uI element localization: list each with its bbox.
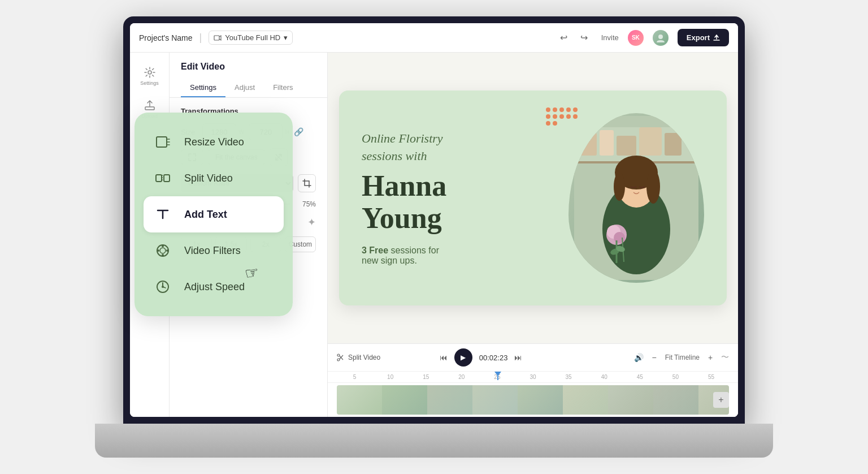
floating-menu: Resize Video Split Video Add Text — [134, 113, 293, 316]
slider-value: 75% — [296, 200, 316, 208]
skip-forward-button[interactable]: ⏭ — [514, 353, 522, 362]
upload-icon — [144, 99, 156, 111]
zoom-out-button[interactable]: − — [648, 351, 661, 364]
track-thumb-6 — [563, 385, 608, 415]
avatar-sk: SK — [628, 30, 644, 46]
svg-rect-0 — [214, 36, 219, 40]
svg-point-34 — [157, 249, 159, 252]
add-clip-button[interactable]: + — [713, 392, 729, 408]
svg-point-16 — [614, 173, 625, 201]
svg-rect-8 — [617, 136, 636, 156]
lock-icon[interactable]: 🔗 — [294, 127, 303, 136]
dot — [559, 114, 564, 119]
menu-label-split: Split Video — [184, 173, 233, 184]
svg-point-25 — [337, 359, 340, 361]
skip-back-button[interactable]: ⏮ — [440, 353, 448, 362]
canvas-viewport: Online Floristrysessions with HannaYoung… — [328, 53, 738, 343]
zoom-in-button[interactable]: + — [704, 351, 717, 364]
filters-icon — [153, 240, 173, 261]
svg-rect-6 — [580, 133, 597, 156]
track-thumb-1 — [337, 385, 382, 415]
track-thumb-8 — [653, 385, 698, 415]
play-button[interactable]: ▶ — [454, 348, 472, 367]
card-title: HannaYoung — [362, 170, 552, 234]
timeline-ruler: 5 10 15 20 25 30 35 40 — [328, 372, 738, 383]
menu-item-split[interactable]: Split Video — [144, 160, 284, 196]
format-chevron: ▾ — [284, 33, 288, 42]
menu-label-resize: Resize Video — [184, 136, 244, 148]
panel-tabs: Settings Adjust Filters — [181, 79, 316, 97]
card-image — [568, 113, 704, 283]
dot — [553, 107, 557, 112]
menu-label-text: Add Text — [184, 209, 227, 221]
settings-icon — [144, 66, 156, 79]
menu-item-resize[interactable]: Resize Video — [144, 124, 284, 160]
dot — [566, 114, 571, 119]
undo-button[interactable]: ↩ — [556, 30, 572, 46]
ruler-mark-25: 25 — [479, 374, 515, 380]
add-text-icon — [155, 206, 171, 222]
panel-header: Edit Video Settings Adjust Filters — [170, 53, 327, 98]
ruler-mark-50: 50 — [658, 374, 693, 380]
canvas-area: Online Floristrysessions with HannaYoung… — [328, 53, 738, 417]
dot — [559, 107, 564, 112]
split-video-icon — [155, 170, 171, 186]
settings-label: Settings — [140, 80, 159, 86]
svg-rect-10 — [665, 133, 682, 156]
menu-item-text[interactable]: Add Text — [144, 196, 284, 232]
svg-point-19 — [614, 232, 625, 243]
export-button[interactable]: Export — [678, 29, 729, 46]
tab-filters[interactable]: Filters — [264, 79, 302, 97]
redo-button[interactable]: ↪ — [576, 30, 592, 46]
timeline-controls: Split Video ⏮ ▶ 00:02:23 ⏭ 🔊 − — [328, 344, 738, 372]
fit-timeline-controls: 🔊 − Fit Timeline + 〜 — [634, 351, 729, 364]
ruler-mark-5: 5 — [337, 374, 372, 380]
card-subtitle: Online Floristrysessions with — [362, 130, 552, 165]
volume-icon[interactable]: 🔊 — [634, 353, 644, 362]
video-icon — [214, 34, 222, 42]
track-thumb-5 — [518, 385, 563, 415]
ruler-mark-20: 20 — [444, 374, 479, 380]
svg-point-15 — [646, 170, 660, 204]
split-video-label: Split Video — [348, 354, 380, 361]
split-video-button[interactable]: Split Video — [337, 354, 380, 361]
resize-video-icon — [155, 134, 171, 150]
speed-icon — [153, 277, 173, 297]
svg-point-37 — [162, 286, 164, 288]
format-badge[interactable]: YouTube Full HD ▾ — [209, 31, 293, 45]
top-bar-left: Project's Name | YouTube Full HD ▾ — [139, 31, 293, 45]
menu-item-speed[interactable]: Adjust Speed — [144, 269, 284, 305]
laptop-base — [95, 424, 773, 458]
svg-point-32 — [162, 245, 164, 247]
invite-button[interactable]: Invite — [601, 33, 619, 42]
panel-title: Edit Video — [181, 62, 316, 72]
menu-item-filters[interactable]: Video Filters — [144, 232, 284, 269]
dots-decoration — [546, 107, 580, 126]
floristry-card: Online Floristrysessions with HannaYoung… — [339, 91, 727, 305]
video-filters-icon — [155, 243, 171, 258]
crop-button[interactable] — [298, 174, 316, 192]
card-desc-strong: 3 Free — [362, 245, 388, 255]
crop-icon — [302, 179, 311, 188]
playhead-triangle — [494, 372, 501, 376]
sparkle-icon[interactable]: ✦ — [307, 216, 316, 229]
svg-point-31 — [160, 248, 166, 253]
track-thumb-2 — [382, 385, 427, 415]
sidebar-item-settings[interactable]: Settings — [136, 62, 164, 90]
svg-point-2 — [148, 71, 151, 74]
top-bar-right: ↩ ↪ Invite SK Export — [556, 29, 729, 46]
waveform-icon: 〜 — [721, 352, 729, 363]
svg-rect-26 — [157, 137, 167, 147]
tab-adjust[interactable]: Adjust — [225, 79, 264, 97]
timeline-bar: Split Video ⏮ ▶ 00:02:23 ⏭ 🔊 − — [328, 343, 738, 417]
svg-rect-27 — [156, 175, 162, 182]
project-name: Project's Name — [139, 33, 192, 42]
ruler-mark-30: 30 — [515, 374, 550, 380]
avatar-user — [653, 30, 669, 46]
dot — [566, 107, 571, 112]
tab-settings[interactable]: Settings — [181, 79, 225, 97]
track-clip[interactable] — [337, 385, 729, 415]
top-bar: Project's Name | YouTube Full HD ▾ ↩ — [130, 23, 738, 53]
undo-redo: ↩ ↪ — [556, 30, 592, 46]
svg-rect-9 — [639, 127, 662, 156]
